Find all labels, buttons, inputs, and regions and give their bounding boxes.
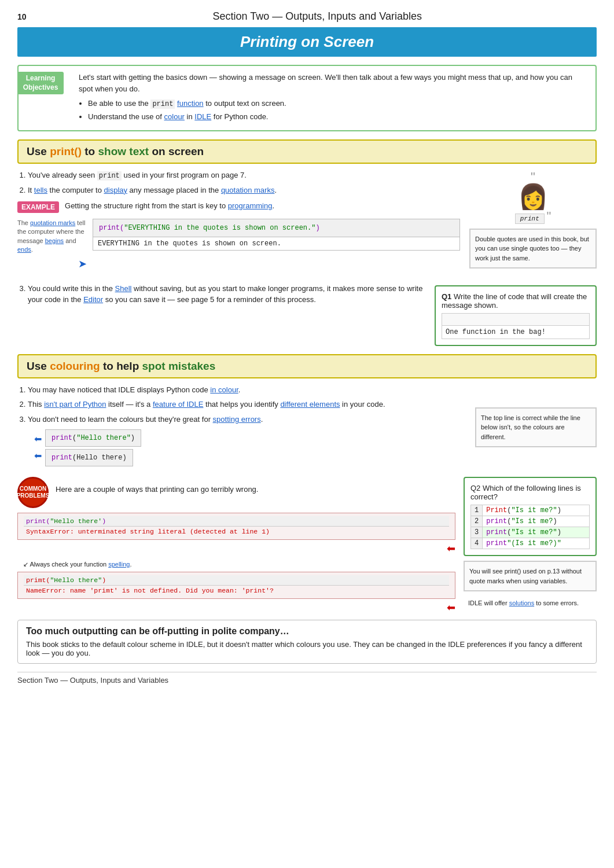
section2-content-row: You may have noticed that IDLE displays … bbox=[17, 384, 597, 473]
q2-box: Q2 Which of the following lines is corre… bbox=[464, 477, 597, 556]
common-problems-section: COMMON PROBLEMS Here are a couple of way… bbox=[17, 477, 597, 614]
err2-code: primt("Hello there") bbox=[24, 575, 449, 586]
q2-row-3: 3 print("Is it me?") bbox=[471, 527, 590, 538]
lo-list: Be able to use the print function to out… bbox=[88, 98, 587, 123]
q2-row-1: 1 Print("Is it me?") bbox=[471, 505, 590, 516]
q2-row-2: 2 print("Is it me?) bbox=[471, 516, 590, 527]
q1-left: You could write this in the Shell withou… bbox=[17, 283, 427, 310]
example-box: EXAMPLE Getting the structure right from… bbox=[17, 200, 460, 213]
bottom-section: Too much outputting can be off-putting i… bbox=[17, 620, 597, 664]
section2-heading: Use colouring to help spot mistakes bbox=[17, 354, 597, 378]
page-title-banner: Printing on Screen bbox=[17, 27, 597, 57]
q1-question: Q1 Write the line of code that will crea… bbox=[435, 285, 597, 346]
cp-right: Q2 Which of the following lines is corre… bbox=[464, 477, 597, 614]
section1-right: " 👩 print " Double quotes are used in th… bbox=[469, 170, 597, 277]
q2-num-4: 4 bbox=[471, 538, 483, 549]
q1-label: Q1 bbox=[442, 292, 451, 301]
error2-block: primt("Hello there") NameError: name 'pr… bbox=[17, 572, 455, 614]
lo-item-1: Be able to use the print function to out… bbox=[88, 98, 587, 109]
bottom-heading: Too much outputting can be off-putting i… bbox=[26, 626, 588, 637]
q2-table: 1 Print("Is it me?") 2 print("Is it me?)… bbox=[470, 505, 590, 549]
s1-item3: You could write this in the Shell withou… bbox=[28, 283, 427, 306]
page-header-title: Section Two — Outputs, Inputs and Variab… bbox=[38, 10, 597, 23]
s1-item1: You've already seen print used in your f… bbox=[28, 170, 460, 181]
err1-msg: SyntaxError: unterminated string literal… bbox=[24, 527, 449, 536]
learning-objectives-content: Let's start with getting the basics down… bbox=[79, 72, 587, 123]
q1-input-area[interactable] bbox=[442, 313, 590, 326]
error2-code-block: primt("Hello there") NameError: name 'pr… bbox=[17, 572, 455, 599]
footer-text: Section Two — Outputs, Inputs and Variab… bbox=[17, 676, 168, 685]
page-footer: Section Two — Outputs, Inputs and Variab… bbox=[17, 672, 597, 685]
cp-left: COMMON PROBLEMS Here are a couple of way… bbox=[17, 477, 455, 614]
incorrect-code-line: print(Hello there) bbox=[45, 449, 133, 466]
common-problems-intro: Here are a couple of ways that printing … bbox=[56, 477, 258, 494]
code-block-section1: print("EVERYTHING in the quotes is shown… bbox=[93, 219, 460, 251]
q2-code-1: Print("Is it me?") bbox=[483, 505, 590, 516]
q2-num-2: 2 bbox=[471, 516, 483, 527]
section1-left: You've already seen print used in your f… bbox=[17, 170, 460, 277]
code-color-examples: print("Hello there") print(Hello there) bbox=[45, 428, 141, 468]
section2-list: You may have noticed that IDLE displays … bbox=[28, 384, 467, 468]
q2-code-2: print("Is it me?) bbox=[483, 516, 590, 527]
code-output-line: EVERYTHING in the quotes is shown on scr… bbox=[93, 237, 460, 251]
girl-illustration: " 👩 print " bbox=[469, 170, 597, 224]
err1-arrow: ⬅ bbox=[447, 542, 455, 555]
correct-code-line: print("Hello there") bbox=[45, 429, 141, 447]
err1-annotation: ↙ Always check your function spelling. bbox=[23, 561, 455, 568]
color-code-pair: ⬅ ⬅ print("Hello there") print(Hello the… bbox=[28, 428, 467, 468]
s2-item1: You may have noticed that IDLE displays … bbox=[28, 384, 467, 396]
example-text: Getting the structure right from the sta… bbox=[65, 200, 274, 212]
q1-output: One function in the bag! bbox=[442, 326, 590, 339]
learning-objectives-label: Learning Objectives bbox=[17, 72, 64, 94]
section1-content-row: You've already seen print used in your f… bbox=[17, 170, 597, 277]
section2-left: You may have noticed that IDLE displays … bbox=[17, 384, 467, 473]
s1-item3-list: You could write this in the Shell withou… bbox=[28, 283, 427, 306]
s2-item3: You don't need to learn the colours but … bbox=[28, 414, 467, 468]
q2-label: Q2 bbox=[470, 484, 480, 492]
page-number: 10 bbox=[17, 12, 27, 21]
q2-code-4: print"(Is it me?)" bbox=[483, 538, 590, 549]
section1-heading: Use print() to show text on screen bbox=[17, 139, 597, 164]
color-note-right: The top line is correct while the line b… bbox=[475, 407, 597, 448]
code-print-line: print("EVERYTHING in the quotes is shown… bbox=[99, 223, 454, 233]
bottom-text: This book sticks to the default colour s… bbox=[26, 640, 588, 657]
double-quote-note: Double quotes are used in this book, but… bbox=[469, 229, 597, 269]
section1-list: You've already seen print used in your f… bbox=[28, 170, 460, 196]
q2-num-3: 3 bbox=[471, 527, 483, 538]
code-illustration: The quotation marks tell the computer wh… bbox=[17, 219, 460, 271]
error1-block: print("Hello there') SyntaxError: unterm… bbox=[17, 513, 455, 555]
err2-arrow: ⬅ bbox=[447, 601, 455, 614]
q2-num-1: 1 bbox=[471, 505, 483, 516]
err1-code: print("Hello there') bbox=[24, 516, 449, 527]
learning-objectives-box: Learning Objectives Let's start with get… bbox=[17, 65, 597, 131]
common-problems-badge: COMMON PROBLEMS bbox=[17, 477, 49, 508]
example-label: EXAMPLE bbox=[17, 201, 59, 213]
s1-item2: It tells the computer to display any mes… bbox=[28, 185, 460, 196]
code-annotation: The quotation marks tell the computer wh… bbox=[17, 219, 87, 271]
lo-intro: Let's start with getting the basics down… bbox=[79, 72, 587, 94]
girl-emoji: 👩 bbox=[469, 185, 597, 209]
common-problems-intro-row: COMMON PROBLEMS Here are a couple of way… bbox=[17, 477, 455, 508]
error1-code-block: print("Hello there') SyntaxError: unterm… bbox=[17, 513, 455, 540]
q1-section: You could write this in the Shell withou… bbox=[17, 283, 597, 346]
print-note-bottom: You will see print() used on p.13 withou… bbox=[464, 561, 597, 591]
section2-right: The top line is correct while the line b… bbox=[475, 384, 597, 450]
code-print-example: print("EVERYTHING in the quotes is shown… bbox=[93, 219, 460, 237]
err2-msg: NameError: name 'primt' is not defined. … bbox=[24, 586, 449, 595]
s2-item2: This isn't part of Python itself — it's … bbox=[28, 399, 467, 410]
page-header: 10 Section Two — Outputs, Inputs and Var… bbox=[17, 10, 597, 23]
q1-box: Q1 Write the line of code that will crea… bbox=[435, 283, 597, 346]
idle-solutions-note: IDLE will offer solutions to some errors… bbox=[464, 596, 597, 610]
lo-item-2: Understand the use of colour in IDLE for… bbox=[88, 111, 587, 123]
q2-row-4: 4 print"(Is it me?)" bbox=[471, 538, 590, 549]
q2-code-3: print("Is it me?") bbox=[483, 527, 590, 538]
